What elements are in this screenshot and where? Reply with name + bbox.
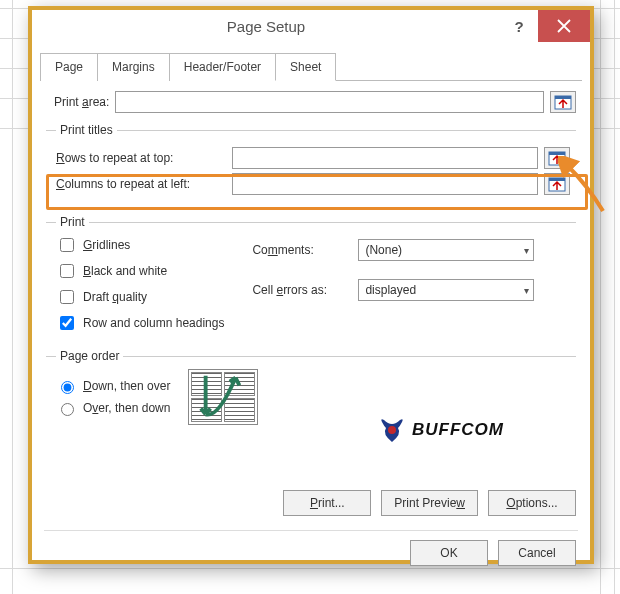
tab-header-footer[interactable]: Header/Footer [169,53,276,81]
ok-cancel-buttons: OK Cancel [410,540,576,566]
print-area-ref-button[interactable] [550,91,576,113]
svg-rect-1 [555,96,571,99]
bw-input[interactable] [60,264,74,278]
cols-repeat-ref-button[interactable] [544,173,570,195]
comments-value: (None) [365,243,402,257]
separator [44,530,578,531]
help-button[interactable]: ? [500,10,538,42]
page-setup-dialog: Page Setup ? Page Margins Header/Footer … [28,6,594,564]
over-then-down-label: Over, then down [83,401,170,415]
collapse-dialog-icon [548,151,566,166]
collapse-dialog-icon [548,177,566,192]
bw-label: Black and white [83,264,167,278]
gridlines-label: Gridlines [83,238,130,252]
rows-repeat-label: Rows to repeat at top: [56,151,226,165]
print-preview-button[interactable]: Print Preview [381,490,478,516]
over-then-down-input[interactable] [61,403,74,416]
comments-row: Comments: (None) ▾ [252,239,534,261]
print-titles-group: Print titles Rows to repeat at top: Colu… [46,123,576,205]
cols-repeat-label: Columns to repeat at left: [56,177,226,191]
gridlines-input[interactable] [60,238,74,252]
close-button[interactable] [538,10,590,42]
headings-input[interactable] [60,316,74,330]
over-then-down-radio[interactable]: Over, then down [56,400,170,416]
close-icon [557,19,571,33]
ok-button[interactable]: OK [410,540,488,566]
cols-repeat-input[interactable] [232,173,538,195]
svg-rect-5 [549,178,565,181]
down-then-over-radio[interactable]: Down, then over [56,378,170,394]
cell-errors-value: displayed [365,283,416,297]
svg-rect-3 [549,152,565,155]
comments-label: Comments: [252,243,352,257]
comments-select[interactable]: (None) ▾ [358,239,534,261]
rows-repeat-ref-button[interactable] [544,147,570,169]
collapse-dialog-icon [554,95,572,110]
tab-sheet[interactable]: Sheet [275,53,336,81]
draft-label: Draft quality [83,290,147,304]
print-area-row: Print area: [54,91,576,113]
gridlines-checkbox[interactable]: Gridlines [56,235,224,255]
tab-margins[interactable]: Margins [97,53,170,81]
action-buttons: Print... Print Preview Options... [283,490,576,516]
rows-repeat-input[interactable] [232,147,538,169]
bw-checkbox[interactable]: Black and white [56,261,224,281]
down-then-over-input[interactable] [61,381,74,394]
buffcom-text: BUFFCOM [412,420,504,440]
print-button[interactable]: Print... [283,490,371,516]
options-button[interactable]: Options... [488,490,576,516]
cell-errors-row: Cell errors as: displayed ▾ [252,279,534,301]
headings-label: Row and column headings [83,316,224,330]
bull-icon [378,416,406,444]
svg-point-6 [388,426,396,434]
page-order-graphic [188,369,258,425]
cell-errors-label: Cell errors as: [252,283,352,297]
draft-input[interactable] [60,290,74,304]
print-area-input[interactable] [115,91,544,113]
down-then-over-label: Down, then over [83,379,170,393]
tab-page[interactable]: Page [40,53,98,81]
print-group: Print Gridlines Black and white Draft qu… [46,215,576,339]
headings-checkbox[interactable]: Row and column headings [56,313,224,333]
print-area-label: Print area: [54,95,109,109]
draft-checkbox[interactable]: Draft quality [56,287,224,307]
buffcom-watermark: BUFFCOM [378,416,504,444]
rows-repeat-row: Rows to repeat at top: [56,147,570,169]
page-order-legend: Page order [56,349,123,363]
cell-errors-select[interactable]: displayed ▾ [358,279,534,301]
print-legend: Print [56,215,89,229]
dialog-title: Page Setup [32,18,500,35]
chevron-down-icon: ▾ [524,285,529,296]
print-titles-legend: Print titles [56,123,117,137]
tab-strip: Page Margins Header/Footer Sheet [40,52,582,81]
titlebar: Page Setup ? [32,10,590,42]
cancel-button[interactable]: Cancel [498,540,576,566]
chevron-down-icon: ▾ [524,245,529,256]
cols-repeat-row: Columns to repeat at left: [56,173,570,195]
